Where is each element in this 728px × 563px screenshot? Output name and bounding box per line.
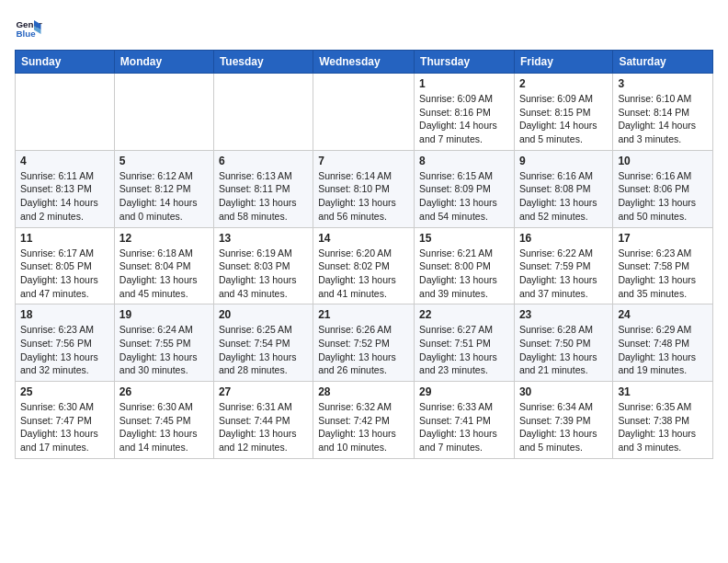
day-number: 30 xyxy=(519,385,608,398)
cell-content: Sunrise: 6:22 AMSunset: 7:59 PMDaylight:… xyxy=(519,247,608,301)
day-number: 2 xyxy=(519,77,608,90)
calendar-cell: 15Sunrise: 6:21 AMSunset: 8:00 PMDayligh… xyxy=(415,227,515,304)
cell-content: Sunrise: 6:32 AMSunset: 7:42 PMDaylight:… xyxy=(318,400,409,454)
header-thursday: Thursday xyxy=(415,51,515,74)
cell-content: Sunrise: 6:29 AMSunset: 7:48 PMDaylight:… xyxy=(618,323,708,377)
day-number: 11 xyxy=(20,232,109,245)
day-number: 3 xyxy=(618,77,708,90)
day-number: 29 xyxy=(419,385,509,398)
calendar-cell: 23Sunrise: 6:28 AMSunset: 7:50 PMDayligh… xyxy=(514,304,612,382)
calendar-cell: 30Sunrise: 6:34 AMSunset: 7:39 PMDayligh… xyxy=(514,382,612,459)
day-number: 24 xyxy=(618,308,708,321)
calendar-cell: 16Sunrise: 6:22 AMSunset: 7:59 PMDayligh… xyxy=(514,227,612,304)
calendar-cell: 21Sunrise: 6:26 AMSunset: 7:52 PMDayligh… xyxy=(313,304,415,382)
calendar-cell xyxy=(16,74,115,151)
day-number: 31 xyxy=(618,385,708,398)
day-number: 18 xyxy=(20,308,109,321)
week-row-2: 4Sunrise: 6:11 AMSunset: 8:13 PMDaylight… xyxy=(16,150,713,227)
day-number: 13 xyxy=(219,232,308,245)
header-wednesday: Wednesday xyxy=(313,51,415,74)
calendar-cell: 18Sunrise: 6:23 AMSunset: 7:56 PMDayligh… xyxy=(16,304,115,382)
calendar-cell: 2Sunrise: 6:09 AMSunset: 8:15 PMDaylight… xyxy=(514,74,612,151)
cell-content: Sunrise: 6:09 AMSunset: 8:16 PMDaylight:… xyxy=(419,92,509,146)
day-number: 22 xyxy=(419,308,509,321)
page-header: General Blue xyxy=(15,15,713,42)
calendar-cell: 28Sunrise: 6:32 AMSunset: 7:42 PMDayligh… xyxy=(313,382,415,459)
calendar-cell: 27Sunrise: 6:31 AMSunset: 7:44 PMDayligh… xyxy=(213,382,313,459)
cell-content: Sunrise: 6:26 AMSunset: 7:52 PMDaylight:… xyxy=(318,323,409,377)
header-tuesday: Tuesday xyxy=(213,51,313,74)
cell-content: Sunrise: 6:35 AMSunset: 7:38 PMDaylight:… xyxy=(618,400,708,454)
calendar-cell: 22Sunrise: 6:27 AMSunset: 7:51 PMDayligh… xyxy=(415,304,515,382)
day-number: 8 xyxy=(419,155,509,167)
day-number: 27 xyxy=(219,385,308,398)
week-row-3: 11Sunrise: 6:17 AMSunset: 8:05 PMDayligh… xyxy=(16,227,713,304)
day-number: 19 xyxy=(119,308,209,321)
day-number: 21 xyxy=(318,308,409,321)
header-friday: Friday xyxy=(514,51,612,74)
calendar-cell: 8Sunrise: 6:15 AMSunset: 8:09 PMDaylight… xyxy=(415,150,515,227)
week-row-4: 18Sunrise: 6:23 AMSunset: 7:56 PMDayligh… xyxy=(16,304,713,382)
day-number: 23 xyxy=(519,308,608,321)
day-number: 5 xyxy=(119,155,209,167)
calendar-cell: 12Sunrise: 6:18 AMSunset: 8:04 PMDayligh… xyxy=(114,227,213,304)
day-number: 1 xyxy=(419,77,509,90)
header-sunday: Sunday xyxy=(16,51,115,74)
calendar-cell: 1Sunrise: 6:09 AMSunset: 8:16 PMDaylight… xyxy=(415,74,515,151)
header-saturday: Saturday xyxy=(613,51,713,74)
day-number: 14 xyxy=(318,232,409,245)
day-number: 6 xyxy=(219,155,308,167)
calendar-cell xyxy=(213,74,313,151)
calendar-table: SundayMondayTuesdayWednesdayThursdayFrid… xyxy=(15,50,713,459)
cell-content: Sunrise: 6:25 AMSunset: 7:54 PMDaylight:… xyxy=(219,323,308,377)
calendar-header: SundayMondayTuesdayWednesdayThursdayFrid… xyxy=(16,51,713,74)
cell-content: Sunrise: 6:24 AMSunset: 7:55 PMDaylight:… xyxy=(119,323,209,377)
calendar-cell: 29Sunrise: 6:33 AMSunset: 7:41 PMDayligh… xyxy=(415,382,515,459)
logo-icon: General Blue xyxy=(15,15,42,42)
calendar-cell: 10Sunrise: 6:16 AMSunset: 8:06 PMDayligh… xyxy=(613,150,713,227)
cell-content: Sunrise: 6:14 AMSunset: 8:10 PMDaylight:… xyxy=(318,169,409,224)
cell-content: Sunrise: 6:16 AMSunset: 8:08 PMDaylight:… xyxy=(519,169,608,224)
calendar-cell: 24Sunrise: 6:29 AMSunset: 7:48 PMDayligh… xyxy=(613,304,713,382)
calendar-cell: 26Sunrise: 6:30 AMSunset: 7:45 PMDayligh… xyxy=(114,382,213,459)
cell-content: Sunrise: 6:13 AMSunset: 8:11 PMDaylight:… xyxy=(219,169,308,224)
cell-content: Sunrise: 6:09 AMSunset: 8:15 PMDaylight:… xyxy=(519,92,608,146)
day-number: 20 xyxy=(219,308,308,321)
calendar-cell: 11Sunrise: 6:17 AMSunset: 8:05 PMDayligh… xyxy=(16,227,115,304)
cell-content: Sunrise: 6:15 AMSunset: 8:09 PMDaylight:… xyxy=(419,169,509,224)
calendar-cell xyxy=(114,74,213,151)
calendar-cell: 7Sunrise: 6:14 AMSunset: 8:10 PMDaylight… xyxy=(313,150,415,227)
cell-content: Sunrise: 6:19 AMSunset: 8:03 PMDaylight:… xyxy=(219,247,308,301)
calendar-cell: 3Sunrise: 6:10 AMSunset: 8:14 PMDaylight… xyxy=(613,74,713,151)
day-number: 26 xyxy=(119,385,209,398)
cell-content: Sunrise: 6:10 AMSunset: 8:14 PMDaylight:… xyxy=(618,92,708,146)
svg-text:Blue: Blue xyxy=(17,29,37,39)
cell-content: Sunrise: 6:18 AMSunset: 8:04 PMDaylight:… xyxy=(119,247,209,301)
header-row: SundayMondayTuesdayWednesdayThursdayFrid… xyxy=(16,51,713,74)
cell-content: Sunrise: 6:11 AMSunset: 8:13 PMDaylight:… xyxy=(20,169,109,224)
week-row-5: 25Sunrise: 6:30 AMSunset: 7:47 PMDayligh… xyxy=(16,382,713,459)
calendar-cell: 5Sunrise: 6:12 AMSunset: 8:12 PMDaylight… xyxy=(114,150,213,227)
cell-content: Sunrise: 6:33 AMSunset: 7:41 PMDaylight:… xyxy=(419,400,509,454)
cell-content: Sunrise: 6:34 AMSunset: 7:39 PMDaylight:… xyxy=(519,400,608,454)
day-number: 4 xyxy=(20,155,109,167)
day-number: 16 xyxy=(519,232,608,245)
calendar-cell: 6Sunrise: 6:13 AMSunset: 8:11 PMDaylight… xyxy=(213,150,313,227)
cell-content: Sunrise: 6:16 AMSunset: 8:06 PMDaylight:… xyxy=(618,169,708,224)
cell-content: Sunrise: 6:21 AMSunset: 8:00 PMDaylight:… xyxy=(419,247,509,301)
cell-content: Sunrise: 6:30 AMSunset: 7:45 PMDaylight:… xyxy=(119,400,209,454)
calendar-cell xyxy=(313,74,415,151)
header-monday: Monday xyxy=(114,51,213,74)
cell-content: Sunrise: 6:12 AMSunset: 8:12 PMDaylight:… xyxy=(119,169,209,224)
day-number: 25 xyxy=(20,385,109,398)
cell-content: Sunrise: 6:23 AMSunset: 7:56 PMDaylight:… xyxy=(20,323,109,377)
week-row-1: 1Sunrise: 6:09 AMSunset: 8:16 PMDaylight… xyxy=(16,74,713,151)
calendar-cell: 9Sunrise: 6:16 AMSunset: 8:08 PMDaylight… xyxy=(514,150,612,227)
calendar-cell: 19Sunrise: 6:24 AMSunset: 7:55 PMDayligh… xyxy=(114,304,213,382)
cell-content: Sunrise: 6:23 AMSunset: 7:58 PMDaylight:… xyxy=(618,247,708,301)
day-number: 15 xyxy=(419,232,509,245)
day-number: 17 xyxy=(618,232,708,245)
calendar-cell: 20Sunrise: 6:25 AMSunset: 7:54 PMDayligh… xyxy=(213,304,313,382)
cell-content: Sunrise: 6:31 AMSunset: 7:44 PMDaylight:… xyxy=(219,400,308,454)
day-number: 10 xyxy=(618,155,708,167)
